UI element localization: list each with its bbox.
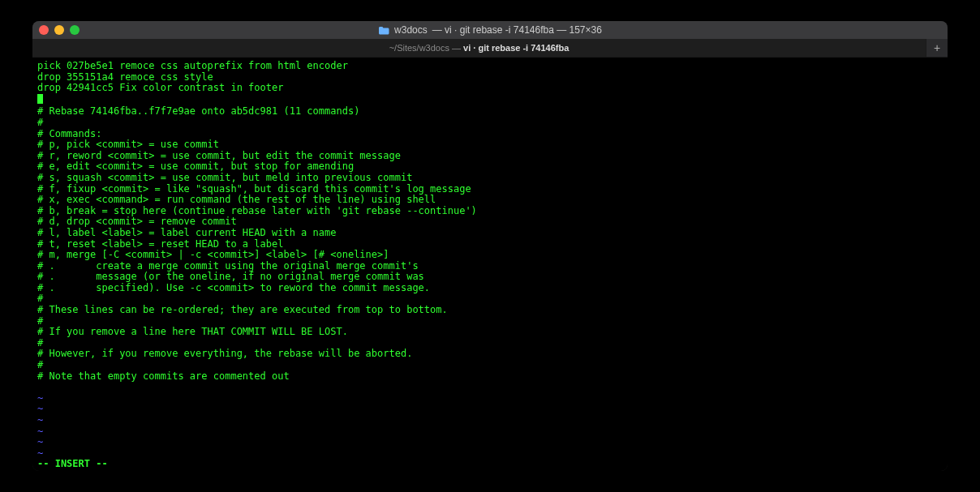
- vim-tilde: ~: [37, 426, 43, 437]
- comment-line: # d, drop <commit> = remove commit: [37, 216, 237, 227]
- new-tab-button[interactable]: +: [926, 39, 948, 57]
- comment-line: # Note that empty commits are commented …: [37, 370, 290, 382]
- comment-line: # l, label <label> = label current HEAD …: [37, 227, 336, 238]
- comment-line: # However, if you remove everything, the…: [37, 348, 412, 359]
- comment-line: #: [37, 359, 43, 370]
- window-title-folder: w3docs: [394, 24, 428, 36]
- rebase-line-3: drop 42941cc5 Fix color contrast in foot…: [37, 82, 283, 93]
- comment-line: # m, merge [-C <commit> | -c <commit>] <…: [37, 249, 389, 260]
- comment-line: # . message (or the oneline, if no origi…: [37, 271, 424, 282]
- tab-bar: ~/Sites/w3docs — vi ∙ git rebase -i 7414…: [32, 39, 948, 58]
- terminal-window: w3docs — vi ∙ git rebase -i 74146fba — 1…: [32, 21, 948, 471]
- folder-icon: [378, 26, 389, 34]
- comment-line: # b, break = stop here (continue rebase …: [37, 205, 477, 216]
- tab-active[interactable]: ~/Sites/w3docs — vi ∙ git rebase -i 7414…: [32, 39, 926, 57]
- vim-tilde: ~: [37, 403, 43, 414]
- comment-line: # Commands:: [37, 128, 101, 139]
- vim-tilde: ~: [37, 414, 43, 426]
- comment-line: # f, fixup <commit> = like "squash", but…: [37, 183, 471, 195]
- comment-line: # p, pick <commit> = use commit: [37, 139, 219, 150]
- rebase-line-2: drop 355151a4 remoce css style: [37, 71, 213, 83]
- vim-tilde: ~: [37, 436, 43, 447]
- window-title-rest: — vi ∙ git rebase -i 74146fba — 157×36: [432, 24, 602, 36]
- comment-line: # Rebase 74146fba..f7f7e9ae onto ab5dc98…: [37, 105, 359, 117]
- comment-line: # e, edit <commit> = use commit, but sto…: [37, 160, 354, 172]
- vim-mode: -- INSERT --: [37, 458, 108, 469]
- rebase-line-1: pick 027be5e1 remoce css autoprefix from…: [37, 60, 348, 71]
- window-title: w3docs — vi ∙ git rebase -i 74146fba — 1…: [32, 24, 948, 36]
- comment-line: #: [37, 315, 43, 327]
- zoom-icon[interactable]: [70, 25, 80, 35]
- comment-line: # . specified). Use -c <commit> to rewor…: [37, 282, 430, 293]
- vim-tilde: ~: [37, 447, 43, 459]
- comment-line: # s, squash <commit> = use commit, but m…: [37, 172, 412, 183]
- comment-line: #: [37, 337, 43, 349]
- comment-line: # t, reset <label> = reset HEAD to a lab…: [37, 238, 283, 250]
- vim-tilde: ~: [37, 392, 43, 404]
- comment-line: # If you remove a line here THAT COMMIT …: [37, 326, 348, 337]
- terminal-content[interactable]: pick 027be5e1 remoce css autoprefix from…: [32, 58, 948, 471]
- minimize-icon[interactable]: [54, 25, 64, 35]
- traffic-lights: [39, 25, 80, 35]
- comment-line: # x, exec <command> = run command (the r…: [37, 194, 436, 205]
- cursor: [37, 94, 43, 104]
- tab-title: ~/Sites/w3docs — vi ∙ git rebase -i 7414…: [389, 43, 570, 53]
- comment-line: #: [37, 293, 43, 304]
- comment-line: # . create a merge commit using the orig…: [37, 260, 419, 272]
- comment-line: #: [37, 117, 43, 128]
- close-icon[interactable]: [39, 25, 49, 35]
- titlebar[interactable]: w3docs — vi ∙ git rebase -i 74146fba — 1…: [32, 21, 948, 39]
- comment-line: # These lines can be re-ordered; they ar…: [37, 304, 448, 315]
- comment-line: # r, reword <commit> = use commit, but e…: [37, 150, 401, 161]
